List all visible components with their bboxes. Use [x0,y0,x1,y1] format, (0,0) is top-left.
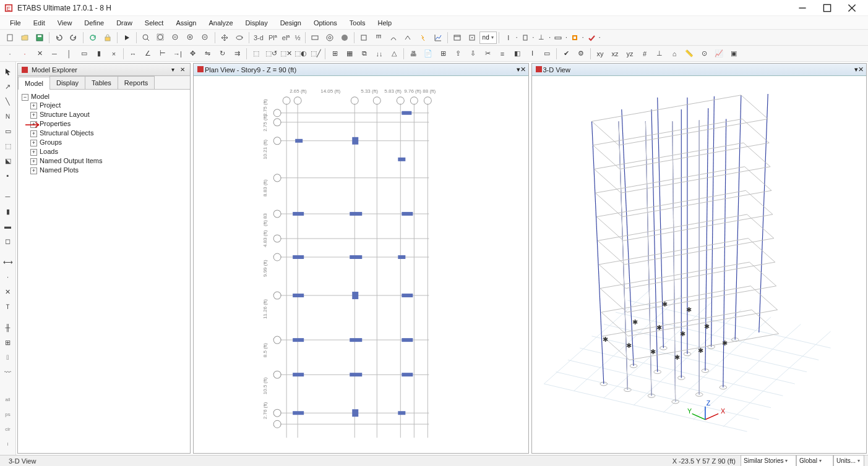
save-icon[interactable] [33,31,46,44]
select-all-icon[interactable]: ⬚ [249,47,263,61]
material-icon[interactable]: ◧ [510,47,524,61]
grid-only-icon[interactable]: ⊞ [1,336,15,349]
joint-icon[interactable]: ✕ [33,47,46,61]
3d-view-header[interactable]: 3-D View ▾ ✕ [532,64,867,76]
draw-line-icon[interactable]: ╲ [1,95,15,108]
dimension-icon[interactable]: ↔ [126,47,140,61]
draw-column-icon[interactable]: ▪ [1,169,15,182]
expand-icon[interactable]: + [30,130,37,137]
expand-icon[interactable]: + [30,158,37,165]
named-display-icon[interactable] [450,31,464,44]
expand-icon[interactable]: + [30,103,37,109]
split-icon[interactable]: ⊢ [156,47,170,61]
expand-icon[interactable]: + [30,140,37,146]
tree-item-groups[interactable]: +Groups [30,138,186,147]
tree-item-named-plots[interactable]: +Named Plots [30,166,186,175]
section-cut-icon[interactable]: ✂ [481,47,494,61]
print-icon[interactable]: 🖶 [406,47,420,61]
lock-icon[interactable] [101,31,114,44]
design-check-icon[interactable] [585,31,598,44]
draw-slab-icon[interactable]: ▬ [1,219,15,233]
extrude-icon[interactable]: ▣ [727,47,741,61]
show-energy-icon[interactable] [416,31,430,44]
zoom-rubber-icon[interactable] [139,31,153,44]
toggle-half-icon[interactable]: ½ [292,34,303,41]
draw-wall-icon[interactable]: ▮ [1,205,15,218]
rotate-icon[interactable]: ↻ [215,47,229,61]
shrink-icon[interactable] [323,31,337,44]
perspective-icon[interactable] [308,31,322,44]
tab-model[interactable]: Model [18,77,50,90]
menu-tools[interactable]: Tools [343,17,372,28]
reshape-icon[interactable]: ↗ [1,80,15,93]
expand-icon[interactable]: + [30,149,37,156]
menu-file[interactable]: File [4,17,27,28]
show-plot-icon[interactable] [431,31,445,44]
statusbar-coord-system-combo[interactable]: Global [796,455,833,467]
show-loads-icon[interactable] [372,31,385,44]
select-invert-icon[interactable]: ⬚◐ [294,47,307,61]
dimension-line-icon[interactable]: ⟷ [1,255,15,269]
open-icon[interactable] [18,31,32,44]
section-view-icon[interactable]: ╫ [1,321,15,334]
set-display-options-icon[interactable] [465,31,479,44]
tab-reports[interactable]: Reports [118,76,155,89]
axes-xz-icon[interactable]: xz [608,47,622,61]
menu-view[interactable]: View [51,17,79,28]
zoom-prev-icon[interactable] [169,31,183,44]
all-select-shortcut-icon[interactable]: all [1,392,15,406]
tree-item-project[interactable]: +Project [30,101,186,110]
menu-analyze[interactable]: Analyze [202,17,239,28]
show-forces-icon[interactable] [402,31,415,44]
draw-beam-icon[interactable]: ─ [1,190,15,203]
assign-support-icon[interactable]: △ [387,47,401,61]
set-elevation-view-button[interactable]: elª [280,34,293,41]
tree-root[interactable]: −Model +Project +Structure Layout +Prope… [22,92,186,176]
pointer-icon[interactable] [1,65,15,78]
point-select-icon[interactable]: · [3,47,17,61]
expand-icon[interactable]: + [30,112,37,119]
close-button[interactable] [840,0,864,16]
wall-icon[interactable]: ▮ [92,47,106,61]
tab-tables[interactable]: Tables [85,76,118,89]
panel-close-icon[interactable]: ✕ [178,65,187,75]
export-icon[interactable]: ⇪ [451,47,465,61]
deselect-icon[interactable]: ⬚✕ [279,47,293,61]
move-icon[interactable]: ✥ [186,47,199,61]
import-icon[interactable]: ⇩ [466,47,479,61]
measure-icon[interactable]: 📏 [682,47,696,61]
menu-design[interactable]: Design [274,17,307,28]
wave-icon[interactable]: 〰 [1,365,15,379]
design-shear-icon[interactable]: ⊥ [535,31,548,44]
design-slab-icon[interactable] [551,31,565,44]
model-tree-icon[interactable]: 𓏬 [1,350,15,364]
mirror-icon[interactable]: ⇋ [200,47,214,61]
view-close-icon[interactable]: ✕ [520,66,526,74]
menu-define[interactable]: Define [78,17,110,28]
run-analysis-icon[interactable] [120,31,134,44]
named-display-combo[interactable]: nd [479,32,497,44]
draw-tool-a-icon[interactable]: ⬚ [1,139,15,153]
zoom-in-icon[interactable] [184,31,197,44]
snap-intersect-icon[interactable]: ✕ [1,285,15,299]
plan-view-header[interactable]: Plan View - Story9 - Z = 90 (ft) ▾ ✕ [194,64,528,76]
design-frame-icon[interactable]: I [502,31,515,44]
property-icon[interactable]: ≡ [496,47,509,61]
3d-view-canvas[interactable]: ✱✱ ✱✱ ✱✱ ✱✱ ✱✱ ✱✱ X Y Z [532,76,867,453]
select-prev-icon[interactable]: ⬚↺ [264,47,278,61]
model-explorer-header[interactable]: Model Explorer ▾ ✕ [18,64,190,76]
tab-display[interactable]: Display [49,76,85,89]
plan-view-pane[interactable]: Plan View - Story9 - Z = 90 (ft) ▾ ✕ [193,63,529,454]
extend-icon[interactable]: →| [171,47,184,61]
info-shortcut-icon[interactable]: i [1,437,15,451]
menu-select[interactable]: Select [139,17,170,28]
model-tree[interactable]: −Model +Project +Structure Layout +Prope… [18,90,190,453]
show-grid-icon[interactable]: # [638,47,651,61]
expand-icon[interactable]: + [30,167,37,174]
ps-shortcut-icon[interactable]: ps [1,407,15,421]
menu-display[interactable]: Display [239,17,274,28]
pan-icon[interactable] [218,31,231,44]
assign-load-icon[interactable]: ↓↓ [372,47,386,61]
draw-polyline-icon[interactable]: Ｎ [1,109,15,123]
snap-point-icon[interactable]: · [1,270,15,284]
